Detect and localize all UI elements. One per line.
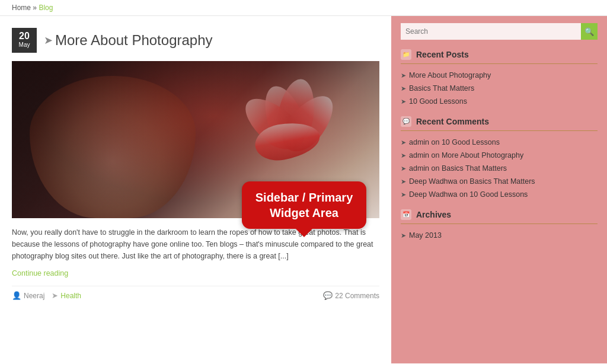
archive-link[interactable]: May 2013 [409, 231, 442, 240]
recent-post-link[interactable]: Basics That Matters [409, 84, 474, 92]
post-title-arrow: ➤ [44, 34, 53, 47]
archives-title: 📅 Archives [401, 209, 598, 220]
post-date-month: May [14, 41, 34, 49]
recent-post-link[interactable]: 10 Good Lessons [409, 97, 467, 106]
recent-posts-widget: 📁 Recent Posts ➤More About Photography ➤… [401, 49, 598, 108]
breadcrumb-sep: » [33, 4, 37, 12]
post-excerpt: Now, you really don't have to struggle i… [12, 226, 379, 262]
list-item: ➤Deep Wadhwa on 10 Good Lessons [401, 188, 598, 201]
list-item: ➤admin on 10 Good Lessons [401, 136, 598, 149]
comment-link[interactable]: Deep Wadhwa on 10 Good Lessons [409, 190, 528, 199]
list-item: ➤May 2013 [401, 229, 598, 242]
breadcrumb-blog[interactable]: Blog [39, 4, 53, 12]
search-button[interactable]: 🔍 [581, 23, 598, 40]
recent-posts-list: ➤More About Photography ➤Basics That Mat… [401, 69, 598, 108]
post-meta-left: 👤 Neeraj ➤ Health [12, 291, 81, 300]
archives-list: ➤May 2013 [401, 229, 598, 242]
archives-label: Archives [416, 210, 451, 219]
post-meta: 👤 Neeraj ➤ Health 💬 22 Comments [12, 286, 379, 300]
post-title: More About Photography [55, 32, 213, 49]
author-icon: 👤 [12, 291, 21, 300]
comment-link[interactable]: admin on 10 Good Lessons [409, 138, 500, 146]
comments-count: 22 Comments [335, 292, 379, 300]
list-item: ➤More About Photography [401, 69, 598, 82]
list-arrow: ➤ [401, 232, 406, 240]
recent-posts-label: Recent Posts [416, 50, 469, 59]
category-icon: ➤ [52, 291, 58, 300]
post-category: ➤ Health [52, 291, 81, 300]
list-arrow: ➤ [401, 152, 406, 159]
archives-divider [401, 223, 598, 224]
comment-link[interactable]: admin on More About Photography [409, 151, 523, 159]
recent-comments-icon: 💬 [401, 116, 411, 127]
breadcrumb: Home » Blog [0, 0, 607, 16]
archives-widget: 📅 Archives ➤May 2013 [401, 209, 598, 242]
list-arrow: ➤ [401, 72, 406, 79]
recent-posts-icon: 📁 [401, 49, 411, 60]
recent-comments-divider [401, 130, 598, 131]
post-header: 20 May ➤ More About Photography [12, 28, 379, 53]
list-arrow: ➤ [401, 165, 406, 173]
list-arrow: ➤ [401, 191, 406, 199]
breadcrumb-home[interactable]: Home [12, 4, 31, 12]
continue-reading-link[interactable]: Continue reading [12, 269, 379, 277]
list-arrow: ➤ [401, 98, 406, 106]
list-item: ➤Basics That Matters [401, 82, 598, 95]
recent-comments-label: Recent Comments [416, 117, 489, 126]
post-date-box: 20 May [12, 28, 37, 53]
annotation-text: Sidebar / Primary Widget Area [255, 191, 353, 219]
list-item: ➤10 Good Lessons [401, 95, 598, 108]
search-box: 🔍 [401, 23, 598, 40]
recent-posts-divider [401, 63, 598, 64]
sidebar: 🔍 📁 Recent Posts ➤More About Photography… [391, 16, 607, 363]
recent-comments-list: ➤admin on 10 Good Lessons ➤admin on More… [401, 136, 598, 201]
post-date-day: 20 [14, 30, 34, 41]
list-item: ➤Deep Wadhwa on Basics That Matters [401, 175, 598, 188]
post-author: 👤 Neeraj [12, 291, 44, 300]
list-arrow: ➤ [401, 178, 406, 186]
category-link[interactable]: Health [60, 292, 81, 300]
list-arrow: ➤ [401, 139, 406, 146]
list-item: ➤admin on Basics That Matters [401, 162, 598, 175]
list-arrow: ➤ [401, 85, 406, 92]
comments-link[interactable]: 💬 22 Comments [323, 291, 379, 300]
comment-link[interactable]: Deep Wadhwa on Basics That Matters [409, 177, 535, 186]
search-input[interactable] [401, 23, 581, 40]
recent-comments-widget: 💬 Recent Comments ➤admin on 10 Good Less… [401, 116, 598, 201]
recent-comments-title: 💬 Recent Comments [401, 116, 598, 127]
list-item: ➤admin on More About Photography [401, 149, 598, 162]
recent-post-link[interactable]: More About Photography [409, 71, 491, 79]
annotation-bubble: Sidebar / Primary Widget Area [242, 181, 366, 229]
recent-posts-title: 📁 Recent Posts [401, 49, 598, 60]
author-name: Neeraj [24, 292, 44, 300]
comments-icon: 💬 [323, 291, 333, 300]
archives-icon: 📅 [401, 209, 411, 220]
comment-link[interactable]: admin on Basics That Matters [409, 164, 507, 173]
